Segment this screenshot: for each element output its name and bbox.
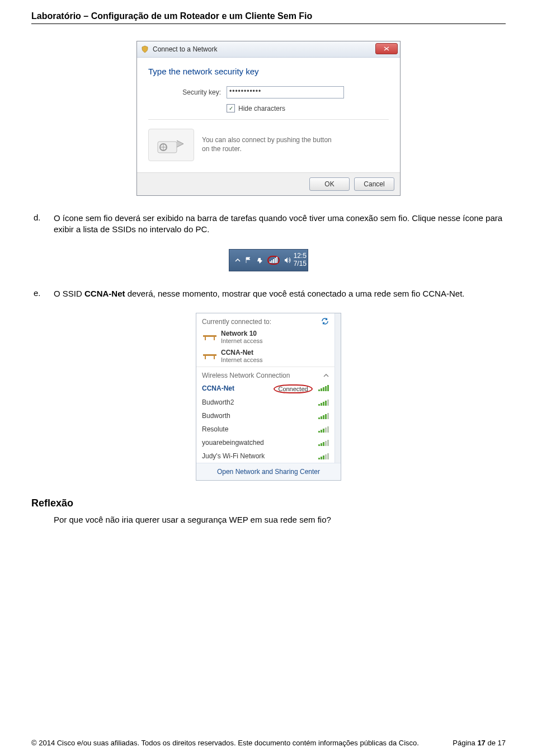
connected-status-badge: Connected bbox=[274, 384, 312, 393]
network-row[interactable]: Judy's Wi-Fi Network bbox=[196, 449, 335, 463]
svg-rect-5 bbox=[275, 258, 276, 263]
network-tray-icon[interactable] bbox=[267, 256, 280, 265]
network-row[interactable]: Budworth bbox=[196, 409, 335, 422]
connected-name: Network 10 bbox=[221, 330, 263, 337]
router-graphic-icon bbox=[148, 129, 194, 161]
open-sharing-center-link[interactable]: Open Network and Sharing Center bbox=[196, 463, 341, 480]
shield-icon bbox=[140, 45, 149, 54]
page-title: Laboratório – Configuração de um Roteado… bbox=[31, 11, 506, 24]
step-e-text: O SSID CCNA-Net deverá, nesse momento, m… bbox=[54, 288, 506, 299]
signal-bars-icon bbox=[318, 399, 329, 406]
svg-rect-4 bbox=[273, 259, 274, 263]
connected-entry: CCNA-Net Internet access bbox=[196, 348, 335, 367]
svg-rect-10 bbox=[203, 354, 216, 356]
svg-rect-12 bbox=[214, 356, 215, 359]
network-flyout: Currently connected to: Network 10 Inter… bbox=[196, 313, 341, 481]
step-d-marker: d. bbox=[31, 213, 54, 236]
taskbar-tray: 12:5 7/15 bbox=[229, 249, 308, 271]
cancel-button[interactable]: Cancel bbox=[354, 177, 394, 191]
network-row[interactable]: Budworth2 bbox=[196, 396, 335, 409]
security-key-label: Security key: bbox=[148, 88, 227, 96]
svg-rect-9 bbox=[214, 337, 215, 340]
svg-rect-8 bbox=[205, 337, 206, 340]
connected-entry: Network 10 Internet access bbox=[196, 328, 335, 348]
reflexao-question: Por que você não iria querer usar a segu… bbox=[54, 515, 506, 524]
step-e-marker: e. bbox=[31, 288, 54, 299]
security-key-input[interactable]: ••••••••••• bbox=[227, 86, 344, 98]
network-name: youarebeingwatched bbox=[202, 439, 264, 447]
signal-bars-icon bbox=[318, 384, 329, 391]
hide-characters-label: Hide characters bbox=[238, 105, 285, 112]
svg-rect-7 bbox=[203, 335, 216, 337]
flyout-header-text: Currently connected to: bbox=[202, 318, 271, 326]
connected-sub: Internet access bbox=[221, 337, 263, 344]
volume-icon[interactable] bbox=[284, 257, 291, 264]
ok-button[interactable]: OK bbox=[309, 177, 350, 191]
reflexao-heading: Reflexão bbox=[31, 497, 506, 509]
network-row[interactable]: CCNA-Net Connected bbox=[196, 382, 335, 396]
network-name: CCNA-Net bbox=[202, 384, 234, 392]
refresh-icon[interactable] bbox=[321, 318, 329, 326]
signal-bars-icon bbox=[318, 439, 329, 446]
power-icon[interactable] bbox=[256, 257, 263, 264]
dialog-titlebar: Connect to a Network bbox=[137, 41, 400, 58]
chevron-up-icon[interactable] bbox=[323, 372, 329, 379]
footer-pagenum: Página 17 de 17 bbox=[453, 739, 506, 747]
network-name: Resolute bbox=[202, 425, 228, 433]
connected-sub: Internet access bbox=[221, 356, 263, 363]
divider bbox=[148, 119, 389, 120]
svg-rect-2 bbox=[270, 261, 271, 263]
tray-time: 12:5 bbox=[294, 252, 307, 260]
svg-rect-6 bbox=[276, 257, 277, 263]
connect-network-dialog: Connect to a Network Type the network se… bbox=[136, 41, 401, 196]
signal-bars-icon bbox=[318, 453, 329, 459]
dialog-title-text: Connect to a Network bbox=[153, 45, 217, 53]
hide-characters-checkbox[interactable]: ✓ bbox=[227, 104, 235, 112]
wps-hint-text: You can also connect by pushing the butt… bbox=[202, 136, 336, 153]
connected-name: CCNA-Net bbox=[221, 349, 263, 356]
close-button[interactable] bbox=[375, 43, 398, 54]
network-row[interactable]: youarebeingwatched bbox=[196, 436, 335, 449]
signal-bars-icon bbox=[318, 412, 329, 419]
network-name: Budworth bbox=[202, 412, 230, 420]
flag-icon[interactable] bbox=[245, 257, 252, 264]
network-name: Judy's Wi-Fi Network bbox=[202, 452, 265, 460]
chevron-up-icon[interactable] bbox=[235, 257, 241, 263]
network-row[interactable]: Resolute bbox=[196, 422, 335, 436]
dialog-instruction: Type the network security key bbox=[148, 67, 389, 76]
scrollbar[interactable] bbox=[335, 313, 341, 463]
svg-rect-3 bbox=[271, 260, 272, 263]
svg-rect-11 bbox=[205, 356, 206, 359]
wireless-section-title: Wireless Network Connection bbox=[202, 372, 290, 379]
signal-bars-icon bbox=[318, 426, 329, 433]
bench-icon bbox=[202, 332, 218, 341]
bench-icon bbox=[202, 351, 218, 360]
footer-copyright: © 2014 Cisco e/ou suas afiliadas. Todos … bbox=[31, 739, 419, 747]
tray-date: 7/15 bbox=[294, 260, 307, 267]
step-d-text: O ícone sem fio deverá ser exibido na ba… bbox=[54, 213, 506, 236]
network-name: Budworth2 bbox=[202, 398, 234, 406]
